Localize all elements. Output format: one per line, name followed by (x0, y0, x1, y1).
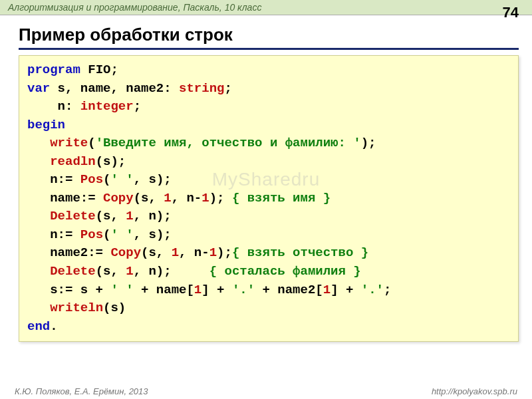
slide-title: Пример обработки строк (19, 25, 519, 50)
course-header: Алгоритмизация и программирование, Паска… (0, 0, 532, 15)
code-listing: program FIO; var s, name, name2: string;… (19, 55, 519, 342)
footer-url: http://kpolyakov.spb.ru (432, 386, 517, 396)
footer-authors: К.Ю. Поляков, Е.А. Ерёмин, 2013 (15, 386, 148, 396)
page-number: 74 (503, 4, 519, 21)
